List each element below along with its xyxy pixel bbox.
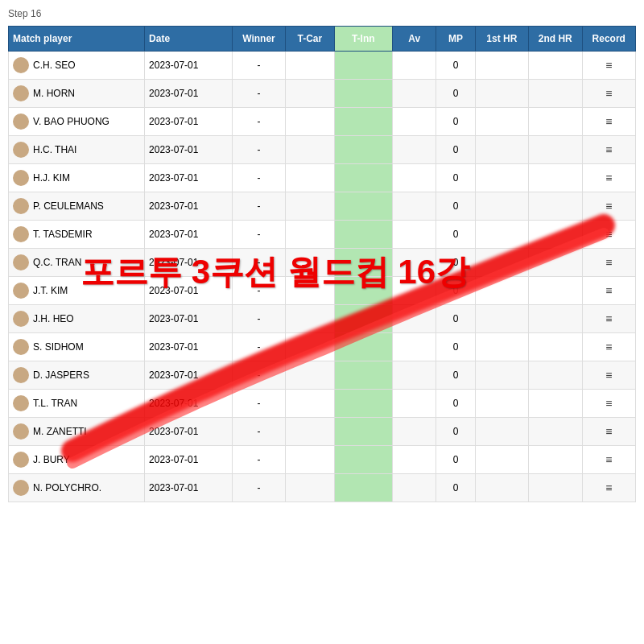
record-icon[interactable]: ≡ xyxy=(605,200,612,213)
player-name: J.T. KIM xyxy=(33,285,68,296)
record-icon[interactable]: ≡ xyxy=(605,481,612,494)
tinn-cell xyxy=(334,136,392,164)
mp-cell: 0 xyxy=(436,249,475,277)
hr2-cell xyxy=(529,418,582,446)
hr1-cell xyxy=(475,221,528,249)
av-cell xyxy=(393,192,436,221)
hr2-cell xyxy=(529,333,582,361)
record-icon[interactable]: ≡ xyxy=(605,453,612,466)
hr2-cell xyxy=(529,192,582,221)
record-icon[interactable]: ≡ xyxy=(605,171,612,184)
record-cell[interactable]: ≡ xyxy=(582,277,636,305)
tcar-cell xyxy=(286,192,334,221)
hr2-cell xyxy=(529,108,582,136)
player-cell: D. JASPERS xyxy=(9,361,145,390)
record-cell[interactable]: ≡ xyxy=(582,418,636,446)
record-icon[interactable]: ≡ xyxy=(605,397,612,410)
mp-cell: 0 xyxy=(436,474,475,502)
av-cell xyxy=(393,249,436,277)
table-row: S. SIDHOM2023-07-01-0≡ xyxy=(9,333,636,361)
col-header-winner: Winner xyxy=(232,27,285,52)
winner-cell: - xyxy=(232,136,285,164)
tcar-cell xyxy=(286,277,334,305)
hr1-cell xyxy=(475,164,528,192)
mp-cell: 0 xyxy=(436,108,475,136)
player-cell: P. CEULEMANS xyxy=(9,192,145,221)
record-cell[interactable]: ≡ xyxy=(582,136,636,164)
tcar-cell xyxy=(286,80,334,108)
record-cell[interactable]: ≡ xyxy=(582,164,636,192)
record-cell[interactable]: ≡ xyxy=(582,221,636,249)
hr2-cell xyxy=(529,80,582,108)
col-header-mp: MP xyxy=(436,27,475,52)
record-icon[interactable]: ≡ xyxy=(605,341,612,353)
player-cell: S. SIDHOM xyxy=(9,333,145,361)
tinn-cell xyxy=(334,446,392,474)
av-cell xyxy=(393,305,436,333)
table-row: V. BAO PHUONG2023-07-01-0≡ xyxy=(9,108,636,136)
hr2-cell xyxy=(529,164,582,192)
record-cell[interactable]: ≡ xyxy=(582,305,636,333)
tinn-cell xyxy=(334,52,392,80)
mp-cell: 0 xyxy=(436,52,475,80)
mp-cell: 0 xyxy=(436,361,475,390)
record-cell[interactable]: ≡ xyxy=(582,446,636,474)
player-cell: M. HORN xyxy=(9,80,145,108)
table-row: M. ZANETTI2023-07-01-0≡ xyxy=(9,418,636,446)
winner-cell: - xyxy=(232,418,285,446)
hr2-cell xyxy=(529,136,582,164)
player-cell: J.H. HEO xyxy=(9,305,145,333)
date-cell: 2023-07-01 xyxy=(145,361,233,390)
record-icon[interactable]: ≡ xyxy=(605,59,612,72)
player-name: M. HORN xyxy=(33,88,75,99)
tcar-cell xyxy=(286,305,334,333)
record-icon[interactable]: ≡ xyxy=(605,369,612,382)
winner-cell: - xyxy=(232,361,285,390)
record-icon[interactable]: ≡ xyxy=(605,87,612,100)
record-cell[interactable]: ≡ xyxy=(582,80,636,108)
tcar-cell xyxy=(286,52,334,80)
record-icon[interactable]: ≡ xyxy=(605,115,612,128)
record-icon[interactable]: ≡ xyxy=(605,284,612,297)
player-name: Q.C. TRAN xyxy=(33,257,81,268)
record-cell[interactable]: ≡ xyxy=(582,52,636,80)
record-icon[interactable]: ≡ xyxy=(605,425,612,438)
record-cell[interactable]: ≡ xyxy=(582,474,636,502)
record-cell[interactable]: ≡ xyxy=(582,333,636,361)
table-row: T.L. TRAN2023-07-01-0≡ xyxy=(9,390,636,418)
winner-cell: - xyxy=(232,446,285,474)
av-cell xyxy=(393,474,436,502)
record-cell[interactable]: ≡ xyxy=(582,249,636,277)
record-icon[interactable]: ≡ xyxy=(605,143,612,156)
record-icon[interactable]: ≡ xyxy=(605,312,612,325)
player-cell: T.L. TRAN xyxy=(9,390,145,418)
record-icon[interactable]: ≡ xyxy=(605,228,612,241)
mp-cell: 0 xyxy=(436,80,475,108)
av-cell xyxy=(393,390,436,418)
tinn-cell xyxy=(334,221,392,249)
player-name: S. SIDHOM xyxy=(33,341,84,353)
hr2-cell xyxy=(529,277,582,305)
record-cell[interactable]: ≡ xyxy=(582,192,636,221)
col-header-record: Record xyxy=(582,27,636,52)
date-cell: 2023-07-01 xyxy=(145,249,233,277)
record-cell[interactable]: ≡ xyxy=(582,361,636,390)
record-cell[interactable]: ≡ xyxy=(582,390,636,418)
player-cell: J.T. KIM xyxy=(9,277,145,305)
table-row: Q.C. TRAN2023-07-01-0≡ xyxy=(9,249,636,277)
player-name: H.J. KIM xyxy=(33,172,70,184)
tinn-cell xyxy=(334,249,392,277)
winner-cell: - xyxy=(232,333,285,361)
tinn-cell xyxy=(334,108,392,136)
table-row: P. CEULEMANS2023-07-01-0≡ xyxy=(9,192,636,221)
hr1-cell xyxy=(475,136,528,164)
player-cell: Q.C. TRAN xyxy=(9,249,145,277)
record-cell[interactable]: ≡ xyxy=(582,108,636,136)
player-cell: N. POLYCHRO. xyxy=(9,474,145,502)
table-row: C.H. SEO2023-07-01-0≡ xyxy=(9,52,636,80)
col-header-date: Date xyxy=(145,27,233,52)
tcar-cell xyxy=(286,136,334,164)
av-cell xyxy=(393,221,436,249)
mp-cell: 0 xyxy=(436,333,475,361)
record-icon[interactable]: ≡ xyxy=(605,256,612,269)
